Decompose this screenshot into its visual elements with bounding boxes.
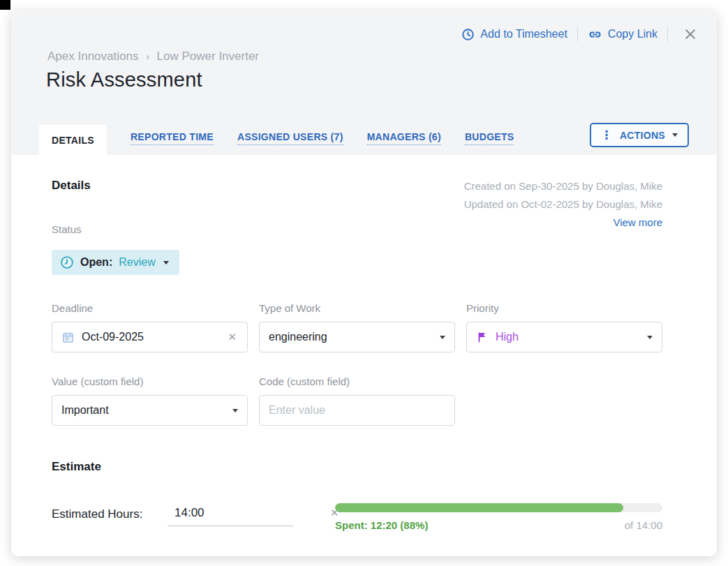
estimate-row: Estimated Hours: ✕ Spent: 12:20 (88%) of… (52, 502, 662, 531)
time-progress: Spent: 12:20 (88%) of 14:00 (335, 502, 662, 531)
type-of-work-field: Type of Work engineering (259, 302, 455, 352)
deadline-label: Deadline (52, 302, 248, 314)
value-custom-label: Value (custom field) (52, 375, 248, 387)
status-state: Open: (80, 256, 112, 269)
value-custom-value: Important (61, 404, 109, 417)
priority-value: High (496, 331, 519, 343)
deadline-clear-icon[interactable]: ✕ (226, 331, 238, 343)
type-of-work-value: engineering (269, 331, 327, 343)
screenshot-artifact-chip (0, 0, 10, 10)
value-custom-field: Value (custom field) Important (52, 375, 248, 426)
close-icon[interactable] (679, 26, 701, 43)
tabs: DETAILS REPORTED TIME ASSIGNED USERS (7)… (39, 125, 514, 155)
topbar: Add to Timesheet Copy Link (11, 10, 717, 43)
page-title: Risk Assessment (46, 68, 717, 91)
details-heading: Details (52, 179, 179, 193)
code-custom-input-box (259, 395, 455, 426)
add-to-timesheet-label: Add to Timesheet (480, 28, 567, 40)
progress-meta: Spent: 12:20 (88%) of 14:00 (335, 519, 662, 531)
of-total-text: of 14:00 (625, 519, 662, 531)
record-meta: Created on Sep-30-2025 by Douglas, Mike … (464, 177, 662, 275)
deadline-value: Oct-09-2025 (82, 331, 144, 343)
copy-link-label: Copy Link (608, 28, 658, 40)
created-on-text: Created on Sep-30-2025 by Douglas, Mike (464, 177, 662, 195)
status-value: Review (119, 256, 155, 269)
chevron-down-icon (440, 336, 445, 339)
calendar-icon (61, 331, 75, 344)
type-of-work-select[interactable]: engineering (259, 322, 455, 352)
tab-row: DETAILS REPORTED TIME ASSIGNED USERS (7)… (11, 123, 717, 155)
value-custom-select[interactable]: Important (52, 395, 248, 426)
details-header-row: Details Status Open: Review Created on S… (52, 167, 662, 275)
topbar-divider (577, 27, 578, 41)
flag-icon (476, 331, 489, 343)
details-left-column: Details Status Open: Review (52, 167, 179, 275)
modal-header: Add to Timesheet Copy Link (11, 10, 717, 155)
priority-label: Priority (466, 302, 662, 314)
tab-reported-time[interactable]: REPORTED TIME (131, 131, 214, 145)
task-detail-modal: Add to Timesheet Copy Link (11, 10, 717, 556)
chevron-down-icon (672, 133, 678, 137)
fields-row-1: Deadline Oct-09-2025 ✕ Type of Work (52, 302, 662, 352)
deadline-input[interactable]: Oct-09-2025 ✕ (52, 322, 248, 352)
status-label: Status (52, 223, 179, 235)
estimated-hours-label: Estimated Hours: (52, 502, 168, 521)
chevron-down-icon (163, 261, 169, 265)
actions-button-label: ACTIONS (620, 130, 665, 141)
priority-field: Priority High (466, 302, 662, 352)
actions-button[interactable]: ⋮ ACTIONS (590, 123, 689, 147)
breadcrumb-company[interactable]: Apex Innovations (47, 50, 138, 63)
fields-row-2: Value (custom field) Important Code (cus… (52, 375, 662, 426)
code-custom-input[interactable] (269, 404, 445, 417)
kebab-icon: ⋮ (601, 129, 613, 141)
priority-select[interactable]: High (466, 322, 662, 352)
estimated-hours-input-wrap: ✕ (168, 502, 293, 526)
code-custom-label: Code (custom field) (259, 375, 455, 387)
estimated-hours-input[interactable] (174, 506, 329, 520)
clock-icon (461, 28, 475, 41)
status-clock-icon (60, 255, 74, 269)
breadcrumb-project[interactable]: Low Power Inverter (157, 50, 259, 63)
tab-assigned-users[interactable]: ASSIGNED USERS (7) (237, 131, 343, 145)
tab-details[interactable]: DETAILS (39, 125, 107, 155)
spent-text: Spent: 12:20 (88%) (335, 519, 428, 531)
type-of-work-label: Type of Work (259, 302, 455, 314)
details-panel: Details Status Open: Review Created on S… (11, 155, 717, 556)
status-dropdown[interactable]: Open: Review (52, 250, 179, 275)
breadcrumb-separator: › (146, 51, 149, 62)
tab-managers[interactable]: MANAGERS (6) (367, 131, 441, 145)
topbar-divider (667, 27, 668, 41)
chevron-down-icon (232, 409, 238, 412)
estimate-heading: Estimate (52, 460, 662, 474)
progress-fill (335, 503, 623, 512)
chevron-down-icon (647, 336, 653, 339)
link-icon (588, 27, 602, 42)
deadline-field: Deadline Oct-09-2025 ✕ (52, 302, 248, 352)
copy-link-button[interactable]: Copy Link (588, 27, 658, 42)
add-to-timesheet-button[interactable]: Add to Timesheet (461, 28, 567, 41)
progress-track (335, 503, 662, 512)
code-custom-field: Code (custom field) (259, 375, 455, 426)
view-more-link[interactable]: View more (464, 214, 662, 232)
updated-on-text: Updated on Oct-02-2025 by Douglas, Mike (464, 195, 662, 214)
breadcrumb: Apex Innovations › Low Power Inverter (47, 50, 717, 64)
tab-budgets[interactable]: BUDGETS (465, 131, 514, 145)
